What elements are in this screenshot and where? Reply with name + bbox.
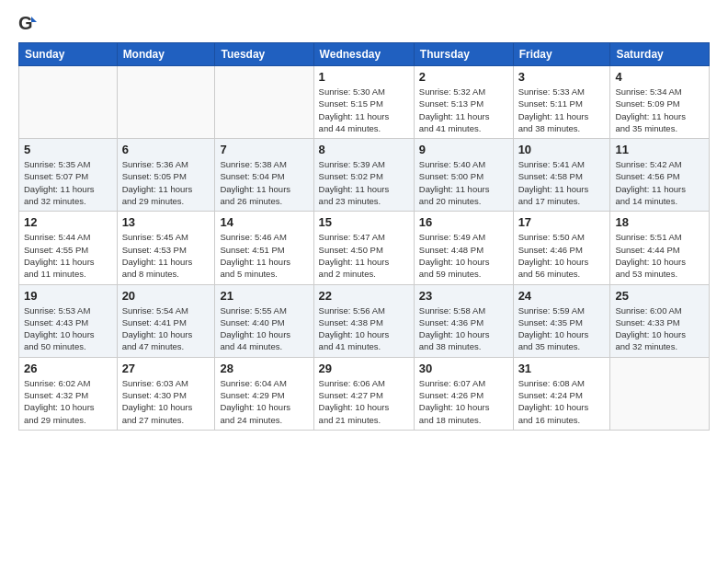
calendar-cell: 24Sunrise: 5:59 AM Sunset: 4:35 PM Dayli… bbox=[513, 284, 610, 357]
weekday-saturday: Saturday bbox=[610, 43, 710, 66]
calendar-cell: 21Sunrise: 5:55 AM Sunset: 4:40 PM Dayli… bbox=[215, 284, 313, 357]
page: G SundayMondayTuesdayWednesdayThursdayFr… bbox=[0, 0, 728, 563]
day-info: Sunrise: 6:04 AM Sunset: 4:29 PM Dayligh… bbox=[220, 377, 308, 426]
calendar-cell: 29Sunrise: 6:06 AM Sunset: 4:27 PM Dayli… bbox=[313, 357, 414, 430]
day-number: 8 bbox=[319, 143, 409, 156]
day-info: Sunrise: 5:53 AM Sunset: 4:43 PM Dayligh… bbox=[24, 304, 112, 353]
day-info: Sunrise: 6:00 AM Sunset: 4:33 PM Dayligh… bbox=[615, 304, 704, 353]
day-number: 23 bbox=[419, 289, 508, 303]
day-info: Sunrise: 5:50 AM Sunset: 4:46 PM Dayligh… bbox=[518, 231, 606, 280]
day-number: 21 bbox=[220, 289, 308, 303]
day-info: Sunrise: 5:36 AM Sunset: 5:05 PM Dayligh… bbox=[122, 158, 210, 207]
day-info: Sunrise: 5:46 AM Sunset: 4:51 PM Dayligh… bbox=[220, 231, 308, 280]
calendar-cell bbox=[117, 66, 215, 139]
day-info: Sunrise: 6:03 AM Sunset: 4:30 PM Dayligh… bbox=[122, 377, 210, 426]
day-info: Sunrise: 5:40 AM Sunset: 5:00 PM Dayligh… bbox=[419, 158, 508, 207]
calendar-cell: 18Sunrise: 5:51 AM Sunset: 4:44 PM Dayli… bbox=[610, 212, 710, 284]
day-info: Sunrise: 6:07 AM Sunset: 4:26 PM Dayligh… bbox=[419, 377, 508, 426]
calendar-cell: 23Sunrise: 5:58 AM Sunset: 4:36 PM Dayli… bbox=[414, 284, 513, 357]
weekday-monday: Monday bbox=[117, 43, 215, 66]
day-info: Sunrise: 5:39 AM Sunset: 5:02 PM Dayligh… bbox=[319, 158, 409, 207]
week-row-1: 1Sunrise: 5:30 AM Sunset: 5:15 PM Daylig… bbox=[19, 66, 710, 139]
day-number: 11 bbox=[615, 143, 704, 156]
day-number: 22 bbox=[319, 289, 409, 303]
day-info: Sunrise: 5:56 AM Sunset: 4:38 PM Dayligh… bbox=[319, 304, 409, 353]
calendar-cell: 9Sunrise: 5:40 AM Sunset: 5:00 PM Daylig… bbox=[414, 139, 513, 212]
day-number: 20 bbox=[122, 289, 210, 303]
day-info: Sunrise: 5:42 AM Sunset: 4:56 PM Dayligh… bbox=[615, 158, 704, 207]
day-info: Sunrise: 6:08 AM Sunset: 4:24 PM Dayligh… bbox=[518, 377, 606, 426]
day-number: 2 bbox=[419, 70, 508, 84]
svg-text:G: G bbox=[18, 15, 33, 33]
calendar-cell: 20Sunrise: 5:54 AM Sunset: 4:41 PM Dayli… bbox=[117, 284, 215, 357]
day-info: Sunrise: 5:44 AM Sunset: 4:55 PM Dayligh… bbox=[24, 231, 112, 280]
logo-icon: G bbox=[18, 15, 39, 35]
day-number: 15 bbox=[319, 215, 409, 229]
weekday-tuesday: Tuesday bbox=[215, 43, 313, 66]
day-info: Sunrise: 5:47 AM Sunset: 4:50 PM Dayligh… bbox=[319, 231, 409, 280]
calendar-cell: 13Sunrise: 5:45 AM Sunset: 4:53 PM Dayli… bbox=[117, 212, 215, 284]
day-number: 25 bbox=[615, 289, 704, 303]
weekday-header-row: SundayMondayTuesdayWednesdayThursdayFrid… bbox=[19, 43, 710, 66]
calendar-cell: 17Sunrise: 5:50 AM Sunset: 4:46 PM Dayli… bbox=[513, 212, 610, 284]
calendar-cell: 22Sunrise: 5:56 AM Sunset: 4:38 PM Dayli… bbox=[313, 284, 414, 357]
calendar-cell: 7Sunrise: 5:38 AM Sunset: 5:04 PM Daylig… bbox=[215, 139, 313, 212]
day-number: 29 bbox=[319, 362, 409, 375]
calendar-cell: 14Sunrise: 5:46 AM Sunset: 4:51 PM Dayli… bbox=[215, 212, 313, 284]
day-info: Sunrise: 5:34 AM Sunset: 5:09 PM Dayligh… bbox=[615, 86, 704, 134]
day-info: Sunrise: 5:38 AM Sunset: 5:04 PM Dayligh… bbox=[220, 158, 308, 207]
day-info: Sunrise: 5:30 AM Sunset: 5:15 PM Dayligh… bbox=[319, 86, 409, 134]
calendar: SundayMondayTuesdayWednesdayThursdayFrid… bbox=[18, 42, 710, 431]
day-number: 14 bbox=[220, 215, 308, 229]
calendar-cell: 19Sunrise: 5:53 AM Sunset: 4:43 PM Dayli… bbox=[19, 284, 118, 357]
day-info: Sunrise: 5:49 AM Sunset: 4:48 PM Dayligh… bbox=[419, 231, 508, 280]
calendar-cell: 15Sunrise: 5:47 AM Sunset: 4:50 PM Dayli… bbox=[313, 212, 414, 284]
day-number: 17 bbox=[518, 215, 606, 229]
calendar-cell: 31Sunrise: 6:08 AM Sunset: 4:24 PM Dayli… bbox=[513, 357, 610, 430]
day-info: Sunrise: 5:32 AM Sunset: 5:13 PM Dayligh… bbox=[419, 86, 508, 134]
week-row-5: 26Sunrise: 6:02 AM Sunset: 4:32 PM Dayli… bbox=[19, 357, 710, 430]
day-number: 5 bbox=[24, 143, 112, 156]
weekday-sunday: Sunday bbox=[19, 43, 118, 66]
day-info: Sunrise: 5:41 AM Sunset: 4:58 PM Dayligh… bbox=[518, 158, 606, 207]
day-number: 7 bbox=[220, 143, 308, 156]
day-number: 13 bbox=[122, 215, 210, 229]
day-number: 6 bbox=[122, 143, 210, 156]
calendar-cell: 8Sunrise: 5:39 AM Sunset: 5:02 PM Daylig… bbox=[313, 139, 414, 212]
day-number: 30 bbox=[419, 362, 508, 375]
day-number: 1 bbox=[319, 70, 409, 84]
calendar-cell: 4Sunrise: 5:34 AM Sunset: 5:09 PM Daylig… bbox=[610, 66, 710, 139]
day-number: 10 bbox=[518, 143, 606, 156]
calendar-cell: 5Sunrise: 5:35 AM Sunset: 5:07 PM Daylig… bbox=[19, 139, 118, 212]
calendar-cell: 28Sunrise: 6:04 AM Sunset: 4:29 PM Dayli… bbox=[215, 357, 313, 430]
day-number: 16 bbox=[419, 215, 508, 229]
day-info: Sunrise: 5:55 AM Sunset: 4:40 PM Dayligh… bbox=[220, 304, 308, 353]
day-number: 27 bbox=[122, 362, 210, 375]
calendar-cell bbox=[19, 66, 118, 139]
day-number: 18 bbox=[615, 215, 704, 229]
header: G bbox=[18, 15, 710, 35]
week-row-3: 12Sunrise: 5:44 AM Sunset: 4:55 PM Dayli… bbox=[19, 212, 710, 284]
calendar-cell: 30Sunrise: 6:07 AM Sunset: 4:26 PM Dayli… bbox=[414, 357, 513, 430]
day-info: Sunrise: 5:59 AM Sunset: 4:35 PM Dayligh… bbox=[518, 304, 606, 353]
day-info: Sunrise: 5:33 AM Sunset: 5:11 PM Dayligh… bbox=[518, 86, 606, 134]
logo: G bbox=[18, 15, 42, 35]
week-row-4: 19Sunrise: 5:53 AM Sunset: 4:43 PM Dayli… bbox=[19, 284, 710, 357]
calendar-cell: 12Sunrise: 5:44 AM Sunset: 4:55 PM Dayli… bbox=[19, 212, 118, 284]
day-info: Sunrise: 5:45 AM Sunset: 4:53 PM Dayligh… bbox=[122, 231, 210, 280]
calendar-cell: 2Sunrise: 5:32 AM Sunset: 5:13 PM Daylig… bbox=[414, 66, 513, 139]
calendar-cell: 1Sunrise: 5:30 AM Sunset: 5:15 PM Daylig… bbox=[313, 66, 414, 139]
calendar-cell: 16Sunrise: 5:49 AM Sunset: 4:48 PM Dayli… bbox=[414, 212, 513, 284]
day-number: 26 bbox=[24, 362, 112, 375]
day-info: Sunrise: 6:06 AM Sunset: 4:27 PM Dayligh… bbox=[319, 377, 409, 426]
calendar-cell: 27Sunrise: 6:03 AM Sunset: 4:30 PM Dayli… bbox=[117, 357, 215, 430]
day-number: 12 bbox=[24, 215, 112, 229]
weekday-thursday: Thursday bbox=[414, 43, 513, 66]
calendar-cell: 26Sunrise: 6:02 AM Sunset: 4:32 PM Dayli… bbox=[19, 357, 118, 430]
calendar-cell: 11Sunrise: 5:42 AM Sunset: 4:56 PM Dayli… bbox=[610, 139, 710, 212]
calendar-cell bbox=[215, 66, 313, 139]
day-number: 3 bbox=[518, 70, 606, 84]
weekday-wednesday: Wednesday bbox=[313, 43, 414, 66]
day-number: 19 bbox=[24, 289, 112, 303]
day-info: Sunrise: 5:51 AM Sunset: 4:44 PM Dayligh… bbox=[615, 231, 704, 280]
